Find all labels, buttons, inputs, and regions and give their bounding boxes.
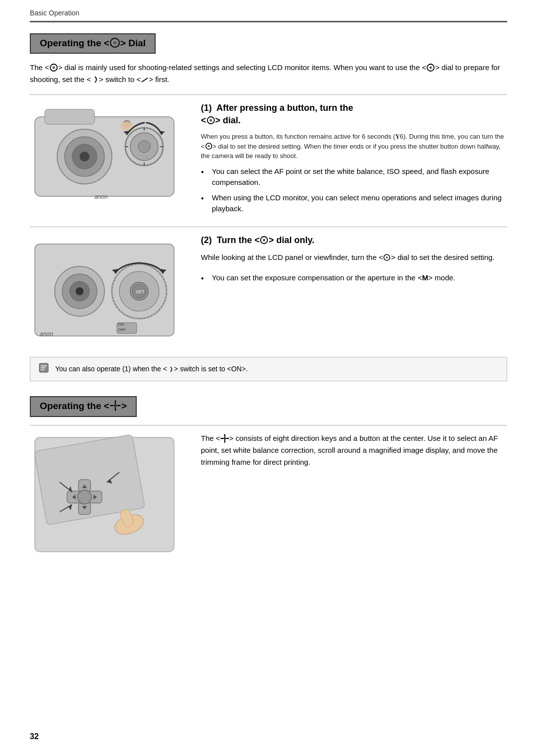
svg-point-7 xyxy=(52,67,55,69)
svg-point-54 xyxy=(386,256,388,258)
svg-point-1 xyxy=(113,41,116,44)
section2-image xyxy=(30,432,189,558)
svg-point-29 xyxy=(121,122,133,130)
page-header: Basic Operation xyxy=(0,0,537,21)
svg-marker-66 xyxy=(119,405,120,407)
header-label: Basic Operation xyxy=(30,9,80,17)
svg-marker-60 xyxy=(114,401,116,402)
step1-row: * anon (1) After pressing a button, turn… xyxy=(30,94,507,219)
svg-text:OFF: OFF xyxy=(118,328,126,332)
section2-title-text: Operating the <> xyxy=(40,401,127,411)
step1-bullet-2: When using the LCD monitor, you can sele… xyxy=(201,192,507,215)
svg-point-72 xyxy=(78,490,91,504)
svg-text:anon: anon xyxy=(40,331,53,337)
section1-intro: The <> dial is mainly used for shooting-… xyxy=(30,62,507,85)
section1-title-text: Operating the <> Dial xyxy=(40,38,146,48)
svg-marker-64 xyxy=(110,405,112,407)
page-number: 32 xyxy=(30,732,39,741)
section2-description: The <> consists of eight direction keys … xyxy=(201,432,507,468)
step2-row: SET ON OFF anon (2) Turn the <> dial onl… xyxy=(30,227,507,350)
section2-row: The <> consists of eight direction keys … xyxy=(30,425,507,558)
svg-point-16 xyxy=(80,152,90,162)
step1-image: * anon xyxy=(30,102,189,208)
svg-line-10 xyxy=(142,78,148,82)
note-box: You can also operate (1) when the <> swi… xyxy=(30,357,507,381)
svg-marker-86 xyxy=(224,434,226,436)
camera-illustration-3 xyxy=(30,432,179,557)
svg-point-38 xyxy=(76,287,84,295)
svg-text:SET: SET xyxy=(136,289,145,294)
step1-small-text: When you press a button, its function re… xyxy=(201,132,507,161)
step2-bullets: You can set the exposure compensation or… xyxy=(201,272,507,284)
section2-text: The <> consists of eight direction keys … xyxy=(201,432,507,477)
svg-rect-12 xyxy=(45,109,94,124)
svg-point-52 xyxy=(263,239,266,242)
camera-illustration-1: * anon xyxy=(30,102,179,206)
svg-text:anon: anon xyxy=(94,193,108,200)
camera-illustration-2: SET ON OFF anon xyxy=(30,234,179,348)
svg-text:ON: ON xyxy=(118,322,124,327)
svg-point-93 xyxy=(223,437,226,439)
svg-marker-62 xyxy=(114,409,116,411)
svg-marker-88 xyxy=(224,441,226,442)
step2-text: (2) Turn the <> dial only. While looking… xyxy=(201,234,507,288)
step2-bullet-1: You can set the exposure compensation or… xyxy=(201,272,507,284)
section1-title-box: Operating the <> Dial xyxy=(30,33,156,54)
note-icon xyxy=(38,362,50,376)
step2-text-body: While looking at the LCD panel or viewfi… xyxy=(201,252,507,263)
svg-marker-90 xyxy=(221,437,222,439)
svg-point-19 xyxy=(138,141,150,153)
svg-point-31 xyxy=(209,119,212,122)
step2-header: (2) Turn the <> dial only. xyxy=(201,234,507,247)
svg-point-67 xyxy=(114,404,117,407)
page-content: Operating the <> Dial The <> dial is mai… xyxy=(0,22,537,558)
svg-point-33 xyxy=(208,145,210,147)
step2-image: SET ON OFF anon xyxy=(30,234,189,350)
section2-title-box: Operating the <> xyxy=(30,396,137,417)
step1-bullet-1: You can select the AF point or set the w… xyxy=(201,166,507,188)
note-text: You can also operate (1) when the <> swi… xyxy=(55,365,248,373)
step1-bullets: You can select the AF point or set the w… xyxy=(201,166,507,215)
step1-text: (1) After pressing a button, turn the <>… xyxy=(201,102,507,219)
svg-marker-92 xyxy=(227,437,229,439)
step1-header: (1) After pressing a button, turn the <>… xyxy=(201,102,507,127)
svg-point-9 xyxy=(430,67,432,69)
